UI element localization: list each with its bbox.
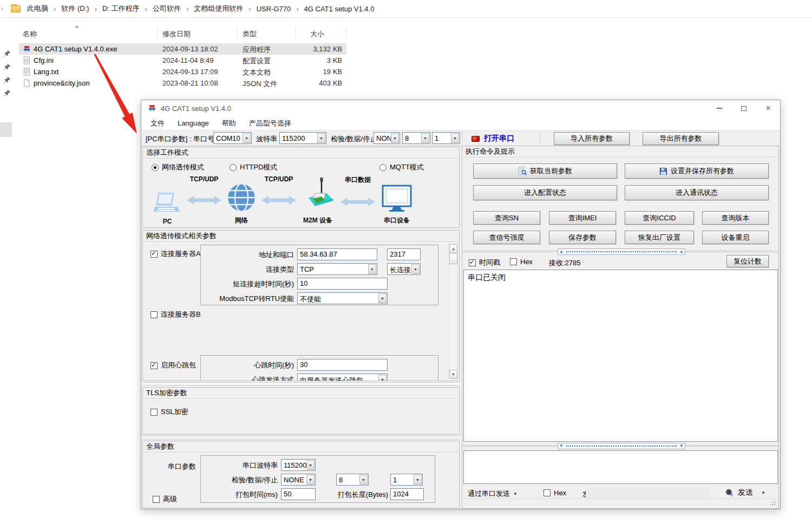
chevron-down-icon[interactable]: ▼ [513, 492, 518, 496]
minimize-button[interactable] [709, 100, 730, 116]
conn-mode-select[interactable]: 长连接▼ [387, 263, 421, 275]
radio-on-icon[interactable] [152, 164, 159, 171]
column-divider[interactable] [346, 27, 346, 39]
send-area[interactable] [463, 450, 778, 484]
server-a-checkbox[interactable]: 连接服务器A [150, 249, 201, 259]
query-imei-button[interactable]: 查询IMEI [549, 211, 616, 225]
server-b-checkbox[interactable]: 连接服务器B [150, 310, 201, 319]
short-timeout-input[interactable]: 10 [297, 278, 388, 290]
chevron-down-icon[interactable]: ▼ [306, 475, 315, 484]
horizontal-splitter[interactable] [142, 382, 460, 386]
radio-off-icon[interactable] [379, 164, 387, 171]
nav-chevron-icon[interactable]: › [1, 5, 3, 12]
file-row-txt[interactable]: Lang.txt 2024-09-13 17:09 文本文档 19 KB [19, 66, 346, 77]
g-stopbits-select[interactable]: 1▼ [390, 474, 423, 486]
parity-select[interactable]: NONI▼ [374, 132, 400, 144]
horizontal-splitter[interactable] [142, 436, 460, 440]
checkbox-unchecked-icon[interactable] [150, 311, 158, 318]
close-button[interactable]: × [757, 100, 779, 116]
triangle-up-icon[interactable]: ▲ [678, 250, 685, 254]
breadcrumb-item[interactable]: 公司软件 [153, 4, 181, 14]
checkbox-checked-icon[interactable] [469, 259, 476, 266]
modbus-select[interactable]: 不使能▼ [297, 292, 388, 304]
get-params-button[interactable]: 获取当前参数 [473, 163, 617, 179]
save-params-button[interactable]: 保存参数 [549, 231, 616, 244]
chevron-down-icon[interactable]: ▼ [317, 133, 325, 143]
checkbox-unchecked-icon[interactable] [543, 489, 551, 496]
column-header-date[interactable]: 修改日期 [162, 29, 191, 39]
enter-comm-button[interactable]: 进入通讯状态 [625, 185, 769, 200]
g-databits-select[interactable]: 8▼ [336, 474, 369, 486]
open-serial-button[interactable]: 打开串口 [465, 132, 538, 145]
breadcrumb-item[interactable]: 文档组使用软件 [194, 4, 243, 14]
query-sn-button[interactable]: 查询SN [473, 211, 540, 225]
chevron-down-icon[interactable]: ▼ [368, 264, 376, 274]
radio-transparent-mode[interactable]: 网络透传模式 [152, 162, 204, 172]
pushpin-icon[interactable] [3, 76, 11, 84]
g-parity-select[interactable]: NONE▼ [281, 474, 316, 486]
server-port-input[interactable]: 2317 [387, 248, 421, 260]
conn-type-select[interactable]: TCP▼ [297, 263, 377, 275]
column-header-name[interactable]: 名称 [23, 29, 37, 39]
heartbeat-mode-select[interactable]: 向服务器发送心跳包▼ [297, 374, 388, 381]
pack-len-input[interactable]: 1024 [390, 488, 424, 500]
triangle-down-icon[interactable]: ▼ [678, 444, 685, 448]
scroll-down-icon[interactable]: ▼ [449, 370, 457, 378]
resize-grip[interactable] [774, 504, 775, 505]
g-baud-select[interactable]: 115200▼ [281, 459, 316, 471]
pack-time-input[interactable]: 50 [281, 488, 316, 500]
pushpin-icon[interactable] [3, 89, 11, 97]
server-address-input[interactable]: 58.34.63.87 [297, 248, 377, 260]
menu-file[interactable]: 文件 [150, 119, 165, 128]
checkbox-checked-icon[interactable] [150, 362, 158, 369]
file-row-exe[interactable]: 4G CAT1 setup V1.4.0.exe 2024-09-13 18:0… [19, 43, 346, 55]
ssl-checkbox[interactable]: SSL加密 [150, 407, 188, 417]
chevron-down-icon[interactable]: ▼ [414, 475, 422, 484]
breadcrumb-item[interactable]: 软件 (D:) [61, 4, 89, 14]
radio-mqtt-mode[interactable]: MQTT模式 [379, 162, 424, 172]
send-button[interactable]: 发送 ▼ [725, 488, 765, 497]
chevron-down-icon[interactable]: ▼ [391, 133, 399, 143]
enter-config-button[interactable]: 进入配置状态 [473, 185, 617, 200]
breadcrumb-item[interactable]: 4G CAT1 setup V1.4.0 [304, 5, 375, 13]
chevron-down-icon[interactable]: ▼ [306, 460, 315, 470]
heartbeat-checkbox[interactable]: 启用心跳包 [150, 361, 196, 370]
triangle-down-icon[interactable]: ▼ [558, 444, 565, 448]
scroll-up-icon[interactable]: ▲ [449, 244, 457, 253]
export-all-button[interactable]: 导出所有参数 [643, 132, 719, 145]
stopbits-select[interactable]: 1▼ [432, 132, 460, 144]
breadcrumb-item[interactable]: 此电脑 [27, 4, 48, 14]
params-scrollbar[interactable]: ▲ ▼ [449, 244, 458, 379]
factory-reset-button[interactable]: 恢复出厂设置 [625, 231, 694, 244]
pushpin-icon[interactable] [3, 63, 11, 71]
advanced-checkbox[interactable]: 高级 [153, 494, 177, 504]
chevron-down-icon[interactable]: ▼ [761, 490, 765, 495]
timestamp-checkbox[interactable]: 时间戳 [469, 258, 500, 267]
lower-splitter-handle[interactable]: ▼▼ [558, 443, 685, 449]
file-row-json[interactable]: province&city.json 2023-08-21 10:08 JSON… [19, 77, 346, 89]
checkbox-checked-icon[interactable] [150, 251, 158, 258]
chevron-down-icon[interactable]: ▼ [378, 375, 387, 381]
receive-area[interactable]: 串口已关闭 [463, 270, 778, 442]
hex-send-checkbox[interactable]: Hex [543, 489, 566, 497]
maximize-button[interactable] [733, 100, 755, 116]
com-port-select[interactable]: COM10▼ [213, 132, 252, 144]
column-divider[interactable] [237, 27, 238, 39]
upper-splitter-handle[interactable]: ▲▲ [558, 248, 685, 255]
chevron-down-icon[interactable]: ▼ [421, 133, 429, 143]
baud-select[interactable]: 115200▼ [279, 132, 326, 144]
set-save-params-button[interactable]: 设置并保存所有参数 [625, 163, 769, 179]
checkbox-unchecked-icon[interactable] [153, 496, 160, 503]
hex-recv-checkbox[interactable]: Hex [510, 258, 533, 266]
radio-httpd-mode[interactable]: HTTPD模式 [230, 162, 277, 172]
menu-language[interactable]: Language [178, 119, 209, 127]
column-header-type[interactable]: 类型 [243, 29, 257, 39]
device-restart-button[interactable]: 设备重启 [702, 231, 769, 244]
chevron-down-icon[interactable]: ▼ [451, 133, 459, 143]
menu-product-select[interactable]: 产品型号选择 [249, 119, 291, 128]
query-iccid-button[interactable]: 查询ICCID [625, 211, 694, 225]
chevron-down-icon[interactable]: ▼ [359, 475, 368, 484]
send-via-dropdown[interactable]: 通过串口发送▼ [468, 489, 518, 499]
breadcrumb-item[interactable]: D: 工作程序 [102, 4, 140, 14]
scrollbar-thumb[interactable] [449, 253, 457, 264]
